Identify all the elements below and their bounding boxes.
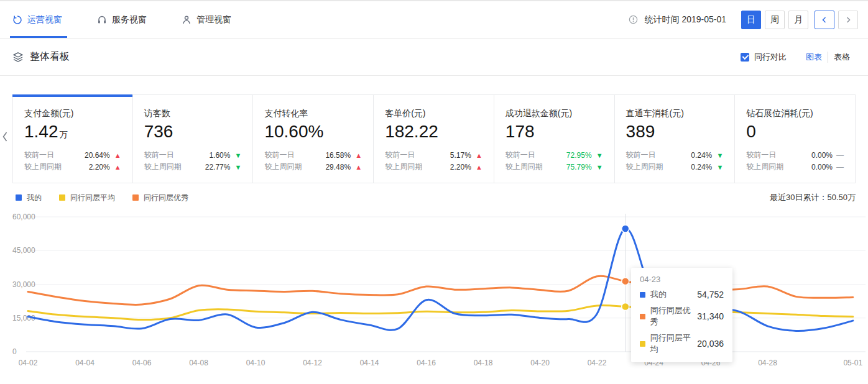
legend-label: 同行同层平均 — [70, 193, 115, 203]
highlight-dot-同行同层优秀 — [622, 278, 629, 285]
metric-card[interactable]: 钻石展位消耗(元) 0 较前一日 0.00% — 较上周同期 0.00% — — [734, 94, 856, 183]
highlight-dot-同行同层平均 — [622, 303, 629, 311]
summary-30d: 最近30日累计：50.50万 — [770, 192, 856, 203]
tooltip-date: 04-23 — [640, 275, 724, 284]
metric-title: 支付金额(元) — [24, 108, 121, 119]
metric-value: 10.60% — [264, 122, 362, 142]
prev-date-button[interactable] — [815, 11, 834, 29]
comparison-row: 较前一日 5.17% ▲ — [385, 149, 482, 161]
section-header: 整体看板 同行对比 图表 表格 — [0, 39, 868, 76]
comparison-label: 较上周同期 — [746, 162, 783, 172]
metric-card[interactable]: 直通车消耗(元) 389 较前一日 0.24% ▼ 较上周同期 0.24% ▼ — [614, 94, 736, 183]
comparison-label: 较前一日 — [24, 150, 54, 160]
x-axis-label: 04-08 — [189, 359, 208, 367]
comparison-value: 16.58% — [325, 151, 351, 160]
checkbox-checked-icon — [741, 53, 749, 62]
metric-card[interactable]: 成功退款金额(元) 178 较前一日 72.95% ▼ 较上周同期 75.79%… — [494, 94, 615, 183]
legend-swatch — [132, 194, 139, 201]
layers-icon — [12, 52, 24, 63]
metric-title: 客单价(元) — [385, 108, 482, 119]
legend-row: 我的 同行同层平均 同行同层优秀 最近30日累计：50.50万 — [16, 191, 856, 204]
legend-item[interactable]: 同行同层优秀 — [132, 193, 188, 203]
legend-item[interactable]: 我的 — [16, 193, 42, 203]
tab-service[interactable]: 服务视窗 — [97, 1, 147, 38]
operations-icon — [12, 15, 22, 25]
chart-tooltip: 04-23 我的 54,752 同行同层优秀 31,340 同行同层平均 20,… — [631, 268, 732, 362]
comparison-label: 较前一日 — [144, 150, 174, 160]
info-icon[interactable] — [629, 15, 638, 24]
x-axis-label: 04-20 — [530, 359, 550, 367]
trend-chart-canvas[interactable]: 015,00030,00045,00060,00004-0204-0404-06… — [0, 209, 868, 373]
x-axis-label: 04-16 — [417, 359, 436, 367]
comparison-label: 较上周同期 — [385, 162, 422, 172]
view-switch: 图表 表格 — [800, 52, 856, 63]
trend-down-icon: ▼ — [592, 163, 603, 171]
x-axis-label: 04-28 — [758, 359, 777, 367]
y-axis-label: 60,000 — [12, 213, 35, 221]
tooltip-label: 同行同层优秀 — [650, 305, 697, 327]
metric-card[interactable]: 访客数 736 较前一日 1.60% ▼ 较上周同期 22.77% ▼ — [132, 94, 254, 183]
metric-value: 178 — [506, 122, 603, 142]
chart-legend: 我的 同行同层平均 同行同层优秀 — [16, 193, 188, 203]
stat-time-label: 统计时间 — [644, 14, 679, 24]
tooltip-value: 31,340 — [697, 311, 724, 321]
view-tabs: 运营视窗 服务视窗 管理视窗 — [12, 1, 266, 38]
next-date-button[interactable] — [838, 11, 858, 29]
period-day-button[interactable]: 日 — [741, 11, 761, 29]
comparison-value: 72.95% — [566, 151, 592, 160]
metric-card[interactable]: 支付金额(元) 1.42万 较前一日 20.64% ▲ 较上周同期 2.20% … — [12, 94, 133, 183]
stat-time: 统计时间 2019-05-01 — [644, 14, 726, 25]
view-chart-link[interactable]: 图表 — [800, 52, 828, 63]
comparison-value: 0.24% — [691, 163, 712, 171]
tooltip-swatch — [640, 314, 645, 319]
trend-down-icon: ▼ — [230, 152, 241, 159]
cards-prev-arrow[interactable] — [1, 128, 10, 145]
trend-up-icon: ▲ — [110, 163, 121, 171]
comparison-value: 2.20% — [89, 163, 110, 171]
topbar: 运营视窗 服务视窗 管理视窗 统计时间 2019-05-01 — [0, 0, 868, 39]
trend-down-icon: ▼ — [712, 152, 723, 159]
trend-flat-icon: — — [833, 163, 844, 171]
period-week-button[interactable]: 周 — [765, 11, 785, 29]
metric-value: 0 — [746, 122, 844, 142]
legend-item[interactable]: 同行同层平均 — [59, 193, 115, 203]
comparison-row: 较上周同期 0.24% ▼ — [626, 161, 724, 173]
metric-cards: 支付金额(元) 1.42万 较前一日 20.64% ▲ 较上周同期 2.20% … — [12, 94, 856, 183]
comparison-value: 0.24% — [691, 151, 712, 160]
comparison-label: 较前一日 — [385, 150, 415, 160]
comparison-label: 较上周同期 — [24, 162, 62, 172]
comparison-label: 较前一日 — [626, 150, 656, 160]
comparison-value: 5.17% — [450, 151, 471, 160]
period-month-button[interactable]: 月 — [788, 11, 808, 29]
metric-title: 成功退款金额(元) — [506, 108, 603, 119]
metric-value: 182.22 — [385, 122, 482, 142]
tab-label: 服务视窗 — [112, 14, 147, 25]
metric-card[interactable]: 支付转化率 10.60% 较前一日 16.58% ▲ 较上周同期 29.48% … — [252, 94, 374, 183]
tooltip-swatch — [640, 341, 645, 347]
trend-down-icon: ▼ — [592, 152, 603, 159]
comparison-value: 22.77% — [205, 163, 231, 171]
view-table-link[interactable]: 表格 — [828, 52, 856, 63]
comparison-row: 较上周同期 29.48% ▲ — [264, 161, 362, 173]
comparison-label: 较前一日 — [264, 150, 294, 160]
legend-swatch — [16, 194, 22, 201]
y-axis-label: 30,000 — [12, 280, 35, 289]
tab-management[interactable]: 管理视窗 — [182, 1, 231, 38]
tab-label: 管理视窗 — [196, 14, 231, 25]
comparison-row: 较前一日 1.60% ▼ — [144, 149, 242, 161]
metric-value: 389 — [626, 122, 724, 142]
comparison-value: 0.00% — [811, 151, 833, 160]
metric-title: 支付转化率 — [264, 108, 362, 119]
comparison-row: 较上周同期 0.00% — — [746, 161, 844, 173]
tab-operations[interactable]: 运营视窗 — [12, 1, 62, 38]
comparison-row: 较前一日 0.24% ▼ — [626, 149, 724, 161]
peer-compare-checkbox[interactable]: 同行对比 — [741, 52, 787, 63]
tab-label: 运营视窗 — [27, 14, 62, 25]
metric-card[interactable]: 客单价(元) 182.22 较前一日 5.17% ▲ 较上周同期 2.20% ▲ — [373, 94, 494, 183]
x-axis-label: 04-06 — [132, 359, 152, 367]
comparison-row: 较上周同期 2.20% ▲ — [24, 161, 121, 173]
trend-down-icon: ▼ — [712, 163, 723, 171]
x-axis-label: 04-22 — [588, 359, 607, 367]
y-axis-label: 0 — [12, 347, 17, 356]
metric-value: 1.42万 — [24, 122, 121, 142]
